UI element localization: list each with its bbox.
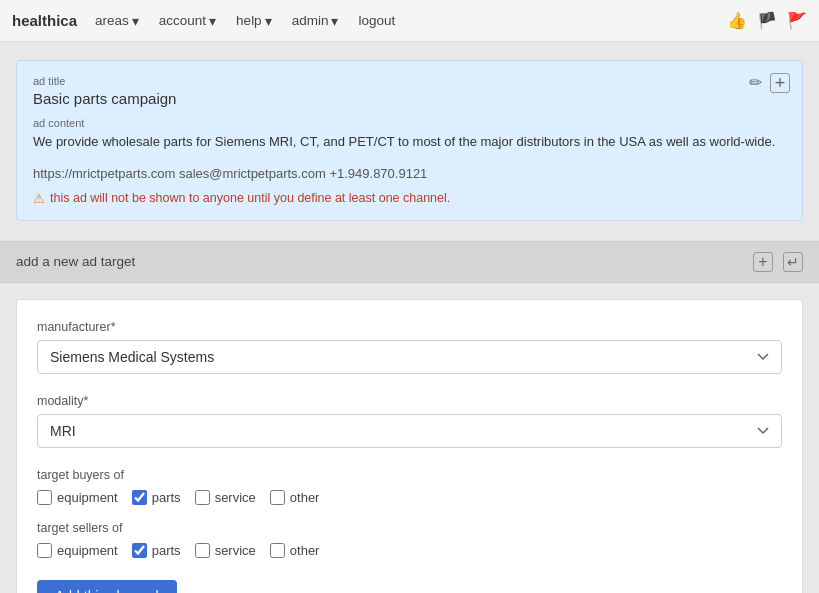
brand-logo: healthica	[12, 12, 77, 29]
section-enter-icon[interactable]: ↵	[783, 252, 803, 272]
areas-chevron-icon: ▾	[132, 13, 139, 29]
sellers-parts-label: parts	[152, 543, 181, 558]
navbar: healthica areas ▾ account ▾ help ▾ admin…	[0, 0, 819, 42]
buyers-equipment-label: equipment	[57, 490, 118, 505]
ad-title-value: Basic parts campaign	[33, 90, 786, 107]
nav-action-icons: 👍 🏴 🚩	[727, 11, 807, 30]
sellers-parts-checkbox[interactable]	[132, 543, 147, 558]
target-sellers-label: target sellers of	[37, 521, 782, 535]
sellers-service-checkbox[interactable]	[195, 543, 210, 558]
nav-item-admin[interactable]: admin ▾	[282, 9, 349, 33]
sellers-parts-item[interactable]: parts	[132, 543, 181, 558]
nav-item-help[interactable]: help ▾	[226, 9, 282, 33]
ad-warning: ⚠ this ad will not be shown to anyone un…	[33, 191, 786, 206]
manufacturer-label: manufacturer*	[37, 320, 782, 334]
buyers-other-item[interactable]: other	[270, 490, 320, 505]
flag-filled-icon[interactable]: 🚩	[787, 11, 807, 30]
ad-card: ✏ + ad title Basic parts campaign ad con…	[16, 60, 803, 221]
nav-help-label: help	[236, 13, 262, 28]
edit-icon[interactable]: ✏	[749, 73, 762, 93]
modality-select[interactable]: MRI CT PET/CT X-Ray Ultrasound	[37, 414, 782, 448]
sellers-other-label: other	[290, 543, 320, 558]
sellers-other-item[interactable]: other	[270, 543, 320, 558]
flag-outline-icon[interactable]: 🏴	[757, 11, 777, 30]
nav-item-account[interactable]: account ▾	[149, 9, 226, 33]
manufacturer-group: manufacturer* Siemens Medical Systems Ph…	[37, 320, 782, 374]
ad-card-action-icons: ✏ +	[749, 73, 790, 93]
sellers-equipment-checkbox[interactable]	[37, 543, 52, 558]
sellers-equipment-item[interactable]: equipment	[37, 543, 118, 558]
buyers-service-item[interactable]: service	[195, 490, 256, 505]
sellers-service-item[interactable]: service	[195, 543, 256, 558]
sellers-other-checkbox[interactable]	[270, 543, 285, 558]
sellers-equipment-label: equipment	[57, 543, 118, 558]
nav-admin-label: admin	[292, 13, 329, 28]
thumbs-up-icon[interactable]: 👍	[727, 11, 747, 30]
ad-content-label: ad content	[33, 117, 786, 129]
add-channel-button[interactable]: Add this channel	[37, 580, 177, 594]
warning-icon: ⚠	[33, 191, 45, 206]
target-sellers-group: target sellers of equipment parts servic…	[37, 521, 782, 558]
buyers-service-checkbox[interactable]	[195, 490, 210, 505]
admin-chevron-icon: ▾	[331, 13, 338, 29]
add-icon[interactable]: +	[770, 73, 790, 93]
target-buyers-row: equipment parts service other	[37, 490, 782, 505]
buyers-parts-label: parts	[152, 490, 181, 505]
buyers-service-label: service	[215, 490, 256, 505]
modality-group: modality* MRI CT PET/CT X-Ray Ultrasound	[37, 394, 782, 448]
sellers-service-label: service	[215, 543, 256, 558]
add-target-section-header: add a new ad target + ↵	[0, 241, 819, 283]
ad-links: https://mrictpetparts.com sales@mrictpet…	[33, 166, 786, 181]
nav-account-label: account	[159, 13, 206, 28]
target-sellers-row: equipment parts service other	[37, 543, 782, 558]
nav-item-logout[interactable]: logout	[348, 9, 405, 32]
section-header-icons: + ↵	[753, 252, 803, 272]
buyers-parts-checkbox[interactable]	[132, 490, 147, 505]
manufacturer-select[interactable]: Siemens Medical Systems Philips GE Healt…	[37, 340, 782, 374]
buyers-parts-item[interactable]: parts	[132, 490, 181, 505]
target-buyers-label: target buyers of	[37, 468, 782, 482]
add-target-form: manufacturer* Siemens Medical Systems Ph…	[16, 299, 803, 594]
buyers-equipment-item[interactable]: equipment	[37, 490, 118, 505]
buyers-other-label: other	[290, 490, 320, 505]
help-chevron-icon: ▾	[265, 13, 272, 29]
nav-logout-label: logout	[358, 13, 395, 28]
account-chevron-icon: ▾	[209, 13, 216, 29]
buyers-other-checkbox[interactable]	[270, 490, 285, 505]
section-add-icon[interactable]: +	[753, 252, 773, 272]
nav-areas-label: areas	[95, 13, 129, 28]
ad-warning-text: this ad will not be shown to anyone unti…	[50, 191, 450, 205]
section-header-label: add a new ad target	[16, 254, 135, 269]
nav-item-areas[interactable]: areas ▾	[85, 9, 149, 33]
modality-label: modality*	[37, 394, 782, 408]
buyers-equipment-checkbox[interactable]	[37, 490, 52, 505]
ad-content-text: We provide wholesale parts for Siemens M…	[33, 132, 786, 152]
ad-title-label: ad title	[33, 75, 786, 87]
target-buyers-group: target buyers of equipment parts service…	[37, 468, 782, 505]
